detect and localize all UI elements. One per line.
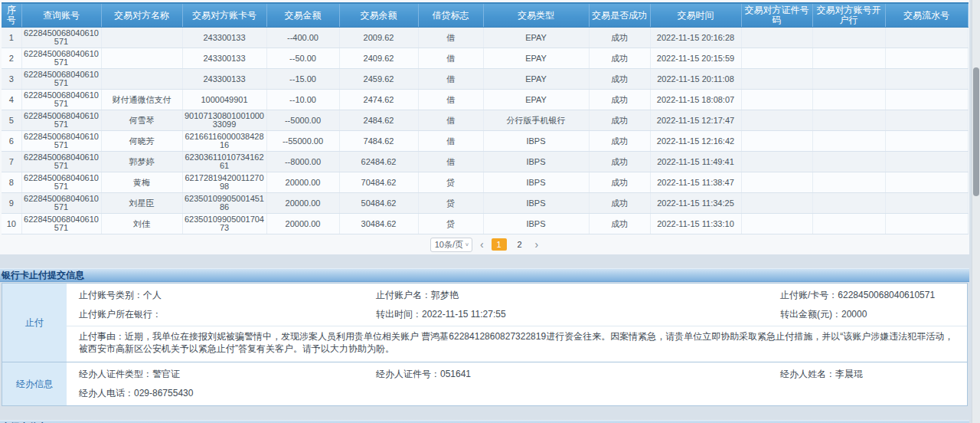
table-cell: IBPS (483, 172, 589, 193)
table-cell: 借 (418, 69, 483, 90)
table-cell: 刘佳 (101, 214, 182, 234)
table-cell: 成功 (589, 90, 650, 110)
table-cell: 分行版手机银行 (483, 110, 589, 131)
table-cell: 5 (2, 110, 21, 131)
page-size-select[interactable]: 10条/页 ∨ (430, 238, 472, 252)
table-cell: 20000.00 (266, 172, 339, 193)
table-cell: IBPS (483, 152, 589, 172)
column-header: 交易余额 (339, 3, 418, 28)
table-cell: 借 (418, 28, 483, 48)
table-cell (812, 193, 885, 214)
group-label: 经办信息 (2, 362, 67, 405)
table-cell (812, 90, 885, 110)
table-cell: 9010713080100100033099 (182, 110, 266, 131)
column-header: 序号 (2, 3, 21, 28)
table-cell: 贷 (418, 172, 483, 193)
table-cell: 2022-11-15 20:15:59 (650, 48, 741, 69)
table-cell: 70484.62 (339, 172, 418, 193)
field-transfer-time: 转出时间：2022-11-15 11:27:55 (376, 308, 780, 321)
table-cell: 2409.62 (339, 48, 418, 69)
table-cell: 6228450068040610571 (21, 90, 101, 110)
page-button-1[interactable]: 1 (492, 238, 507, 251)
field-account-bank: 止付账户所在银行： (67, 308, 376, 321)
table-cell (812, 131, 885, 152)
table-cell: --50.00 (266, 48, 339, 69)
table-cell (885, 131, 968, 152)
field-account-type: 止付账号类别：个人 (67, 289, 376, 302)
table-cell: 成功 (589, 214, 650, 234)
table-cell: 9 (2, 193, 21, 214)
table-cell: EPAY (483, 28, 589, 48)
table-cell: 成功 (589, 131, 650, 152)
table-cell: 6235010990500145186 (182, 193, 266, 214)
vertical-scrollbar[interactable] (972, 0, 980, 423)
stop-payment-reason: 止付事由：近期，我单位在接报刘妮被骗警情中，发现涉案人员利用贵单位相关账户 曹鸿… (67, 326, 967, 359)
stop-payment-group: 止付 止付账号类别：个人 止付账户名：郭梦艳 止付账/卡号：6228450068… (2, 284, 967, 362)
group-content: 止付账号类别：个人 止付账户名：郭梦艳 止付账/卡号：6228450068040… (67, 284, 967, 362)
transactions-panel: 序号查询账号交易对方名称交易对方账卡号交易金额交易余额借贷标志交易类型交易是否成… (0, 0, 969, 254)
table-row: 66228450068040610571何晓芳62166116000038428… (2, 131, 968, 152)
table-cell: 借 (418, 48, 483, 69)
field-row: 止付账号类别：个人 止付账户名：郭梦艳 止付账/卡号：6228450068040… (67, 286, 967, 305)
field-handler-name: 经办人姓名：李晨琨 (780, 368, 967, 381)
table-cell: --10.00 (266, 90, 339, 110)
table-cell (741, 90, 812, 110)
table-cell (741, 193, 812, 214)
table-cell: 2009.62 (339, 28, 418, 48)
table-cell: 2484.62 (339, 110, 418, 131)
table-cell: 6228450068040610571 (21, 214, 101, 234)
table-cell (741, 214, 812, 234)
table-cell (885, 48, 968, 69)
table-cell: 借 (418, 152, 483, 172)
column-header: 交易是否成功 (589, 3, 650, 28)
table-cell (741, 152, 812, 172)
table-cell: 财付通微信支付 (101, 90, 182, 110)
table-cell: 2459.62 (339, 69, 418, 90)
table-cell (812, 110, 885, 131)
table-cell: EPAY (483, 90, 589, 110)
table-cell: 243300133 (182, 48, 266, 69)
multilevel-card-section-header: 多级卡信息 (0, 420, 969, 423)
table-row: 76228450068040610571郭梦婷62303611010734162… (2, 152, 968, 172)
chevron-right-icon[interactable]: › (533, 239, 541, 250)
pagination: 10条/页 ∨ ‹ 1 2 › (2, 234, 969, 254)
table-cell: 6228450068040610571 (21, 193, 101, 214)
field-row: 止付账户所在银行： 转出时间：2022-11-15 11:27:55 转出金额(… (67, 305, 967, 324)
table-cell (885, 110, 968, 131)
table-cell: 6216611600003842816 (182, 131, 266, 152)
table-cell: 成功 (589, 69, 650, 90)
group-label: 止付 (2, 284, 67, 362)
chevron-left-icon[interactable]: ‹ (478, 239, 486, 250)
table-cell: 成功 (589, 193, 650, 214)
table-cell: 借 (418, 110, 483, 131)
table-cell: 成功 (589, 152, 650, 172)
field-handler-id-type: 经办人证件类型：警官证 (67, 368, 376, 381)
table-cell (885, 69, 968, 90)
table-cell: EPAY (483, 48, 589, 69)
scrollbar-thumb[interactable] (973, 67, 979, 196)
section-title: 银行卡止付提交信息 (0, 271, 84, 280)
table-cell: 7 (2, 152, 21, 172)
table-cell: 成功 (589, 172, 650, 193)
table-cell: 6228450068040610571 (21, 110, 101, 131)
table-cell: 2022-11-15 18:08:07 (650, 90, 741, 110)
table-row: 56228450068040610571何雪琴90107130801001000… (2, 110, 968, 131)
table-cell: 30484.62 (339, 214, 418, 234)
table-cell (885, 90, 968, 110)
page-button-2[interactable]: 2 (512, 238, 528, 251)
table-cell: 刘星臣 (101, 193, 182, 214)
transactions-table: 序号查询账号交易对方名称交易对方账卡号交易金额交易余额借贷标志交易类型交易是否成… (2, 2, 969, 234)
table-cell: 6228450068040610571 (21, 152, 101, 172)
table-cell (741, 110, 812, 131)
table-cell: 成功 (589, 48, 650, 69)
table-cell: 243300133 (182, 28, 266, 48)
table-cell (812, 152, 885, 172)
table-cell: 8 (2, 172, 21, 193)
table-cell: 243300133 (182, 69, 266, 90)
table-cell (812, 172, 885, 193)
table-cell: 50484.62 (339, 193, 418, 214)
column-header: 借贷标志 (418, 3, 483, 28)
table-cell: 贷 (418, 193, 483, 214)
table-cell: 郭梦婷 (101, 152, 182, 172)
table-cell: 2022-11-15 20:16:28 (650, 28, 741, 48)
